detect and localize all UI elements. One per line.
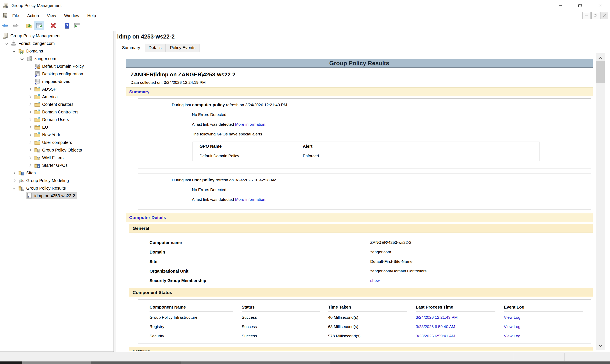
close-button[interactable] bbox=[590, 0, 610, 11]
table-row: Default Domain Policy Enforced bbox=[193, 151, 540, 161]
expander-icon[interactable] bbox=[26, 85, 34, 93]
view-log-link[interactable]: View Log bbox=[504, 313, 592, 322]
show-link[interactable]: show bbox=[370, 278, 380, 283]
tree-item-mapped-drives[interactable]: mapped-drives bbox=[0, 78, 113, 85]
tree-item-content-creators[interactable]: Content creators bbox=[0, 101, 113, 108]
last-process-time-link[interactable]: 3/23/2026 6:59:40 AM bbox=[416, 322, 504, 331]
organizational-unit-value: zanger.com/Domain Controllers bbox=[370, 269, 427, 273]
tree-item-eu[interactable]: EU bbox=[0, 123, 113, 131]
expander-icon[interactable] bbox=[26, 161, 34, 169]
tree-item-sites[interactable]: Sites bbox=[0, 169, 113, 177]
expander-icon[interactable] bbox=[18, 55, 26, 63]
general-rows: Computer name ZANGER\4253-ws22-2 Domain … bbox=[126, 238, 593, 286]
menu-action[interactable]: Action bbox=[24, 12, 42, 19]
toggle-console-tree-icon bbox=[36, 22, 43, 29]
view-log-link[interactable]: View Log bbox=[504, 331, 592, 341]
console-tree: Group Policy Management Forest: zanger.c… bbox=[0, 31, 114, 352]
gpo-link-icon bbox=[34, 78, 41, 85]
gpo-name-cell: Default Domain Policy bbox=[193, 151, 296, 161]
export-list-button[interactable] bbox=[72, 21, 82, 30]
expander-icon[interactable] bbox=[26, 131, 34, 139]
tree-item-america[interactable]: America bbox=[0, 93, 113, 101]
scroll-down-button[interactable] bbox=[596, 341, 605, 351]
mdi-minimize-button[interactable] bbox=[583, 12, 591, 19]
window-title: Group Policy Management bbox=[12, 3, 62, 8]
mdi-close-button[interactable] bbox=[600, 12, 608, 19]
expander-icon[interactable] bbox=[26, 146, 34, 154]
expander-icon[interactable] bbox=[10, 184, 18, 192]
mdi-restore-button[interactable] bbox=[591, 12, 599, 19]
results-pane: idmp on 4253-ws22-2 Summary Details Poli… bbox=[116, 31, 610, 352]
help-button[interactable] bbox=[62, 21, 72, 30]
expander-icon[interactable] bbox=[10, 169, 18, 177]
show-in-folder-button[interactable] bbox=[24, 21, 34, 30]
tree-item-group-policy-objects[interactable]: Group Policy Objects bbox=[0, 146, 113, 154]
list-item: Domain zanger.com bbox=[126, 247, 593, 257]
back-button[interactable] bbox=[0, 21, 10, 30]
gpmc-root-icon bbox=[2, 33, 9, 39]
expander-icon[interactable] bbox=[26, 154, 34, 161]
sites-icon bbox=[18, 170, 25, 176]
tree-item-domain-controllers[interactable]: Domain Controllers bbox=[0, 108, 113, 116]
expander-icon[interactable] bbox=[26, 108, 34, 116]
user-policy-refresh-line: During last user policy refresh on 3/24/… bbox=[138, 177, 591, 183]
tab-strip: Summary Details Policy Events bbox=[118, 42, 200, 52]
menu-help[interactable]: Help bbox=[84, 12, 99, 19]
view-log-link[interactable]: View Log bbox=[504, 322, 592, 331]
tree-item-domain-users[interactable]: Domain Users bbox=[0, 116, 113, 123]
minimize-button[interactable] bbox=[550, 0, 570, 11]
report-scrollbar[interactable] bbox=[596, 53, 605, 351]
last-process-time-link[interactable]: 3/23/2026 6:59:41 AM bbox=[416, 331, 504, 341]
tree-item-new-york[interactable]: New York bbox=[0, 131, 113, 139]
tree-item-idmp-report[interactable]: idmp on 4253-ws22-2 bbox=[0, 192, 113, 200]
tree-item-desktop-configuration[interactable]: Desktop configuration bbox=[0, 70, 113, 78]
tree-item-zanger-domain[interactable]: zanger.com bbox=[0, 55, 113, 63]
tree-item-forest[interactable]: Forest: zanger.com bbox=[0, 39, 113, 47]
tree-item-default-domain-policy[interactable]: Default Domain Policy bbox=[0, 63, 113, 70]
ou-folder-icon bbox=[34, 139, 41, 146]
expander-icon[interactable] bbox=[10, 47, 18, 55]
expander-icon[interactable] bbox=[26, 101, 34, 108]
ou-folder-icon bbox=[34, 124, 41, 130]
expander-icon[interactable] bbox=[26, 123, 34, 131]
tab-details[interactable]: Details bbox=[145, 44, 166, 52]
more-information-link[interactable]: More information... bbox=[235, 122, 269, 127]
expander-icon[interactable] bbox=[26, 116, 34, 123]
toggle-console-tree-button[interactable] bbox=[35, 21, 44, 30]
expander-icon[interactable] bbox=[26, 93, 34, 101]
forest-icon bbox=[10, 40, 17, 47]
tab-summary[interactable]: Summary bbox=[118, 43, 144, 52]
expander-icon[interactable] bbox=[10, 177, 18, 184]
tree-item-user-computers[interactable]: User computers bbox=[0, 139, 113, 146]
tree-item-starter-gpos[interactable]: Starter GPOs bbox=[0, 161, 113, 169]
restore-button[interactable] bbox=[570, 0, 590, 11]
section-settings[interactable]: Settings bbox=[129, 347, 593, 351]
menu-window[interactable]: Window bbox=[61, 12, 83, 19]
section-summary[interactable]: Summary bbox=[126, 87, 593, 96]
title-bar: Group Policy Management bbox=[0, 0, 610, 11]
tree-item-group-policy-results[interactable]: Group Policy Results bbox=[0, 184, 113, 192]
section-component-status[interactable]: Component Status bbox=[129, 288, 593, 297]
forward-arrow-icon bbox=[12, 22, 19, 29]
section-computer-details[interactable]: Computer Details bbox=[126, 213, 593, 222]
scrollbar-thumb[interactable] bbox=[596, 61, 605, 83]
tree-item-group-policy-management[interactable]: Group Policy Management bbox=[0, 32, 113, 39]
more-information-link[interactable]: More information... bbox=[235, 197, 269, 202]
menu-file[interactable]: File bbox=[9, 12, 22, 19]
last-process-time-link[interactable]: 3/24/2026 12:21:43 PM bbox=[416, 313, 504, 322]
menu-view[interactable]: View bbox=[44, 12, 59, 19]
chevron-down-icon bbox=[598, 343, 603, 347]
tree-item-group-policy-modeling[interactable]: Group Policy Modeling bbox=[0, 177, 113, 184]
expander-icon[interactable] bbox=[2, 39, 10, 47]
show-in-folder-icon bbox=[26, 22, 33, 29]
tree-item-adssp[interactable]: ADSSP bbox=[0, 85, 113, 93]
status-cell: Success bbox=[242, 322, 328, 331]
forward-button[interactable] bbox=[11, 21, 20, 30]
expander-icon bbox=[26, 78, 34, 85]
delete-button[interactable] bbox=[48, 21, 58, 30]
tree-item-domains[interactable]: Domains bbox=[0, 47, 113, 55]
section-general[interactable]: General bbox=[129, 224, 593, 233]
expander-icon[interactable] bbox=[26, 139, 34, 146]
tab-policy-events[interactable]: Policy Events bbox=[166, 44, 200, 52]
tree-item-wmi-filters[interactable]: WMI Filters bbox=[0, 154, 113, 161]
